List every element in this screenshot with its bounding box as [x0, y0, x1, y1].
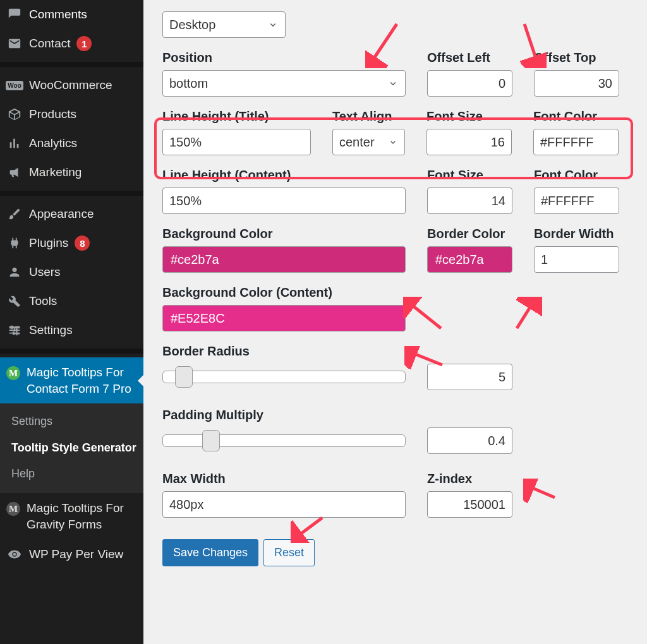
- offset-top-input[interactable]: [534, 70, 619, 97]
- border-radius-slider[interactable]: [162, 371, 406, 383]
- submenu-item-help[interactable]: Help: [9, 461, 143, 487]
- sidebar-label: Magic Tooltips For Contact Form 7 Pro: [27, 364, 137, 397]
- svg-line-7: [524, 24, 537, 62]
- settings-form: Desktop Position bottom Offset Left Offs…: [143, 0, 647, 644]
- font-size-content-input[interactable]: [427, 188, 512, 214]
- sidebar-item-plugins[interactable]: Plugins 8: [0, 229, 143, 258]
- device-value: Desktop: [169, 18, 215, 32]
- sidebar-label: WooCommerce: [29, 78, 112, 92]
- sidebar-item-comments[interactable]: Comments: [0, 0, 143, 29]
- comment-icon: [6, 7, 23, 22]
- svg-line-12: [297, 518, 322, 537]
- sidebar-separator: [0, 191, 143, 196]
- svg-line-10: [517, 303, 533, 328]
- svg-rect-1: [9, 330, 20, 331]
- padding-multiply-slider[interactable]: [162, 434, 406, 447]
- megaphone-icon: [6, 165, 23, 180]
- plug-icon: [6, 236, 23, 251]
- user-icon: [6, 265, 23, 280]
- sidebar-label: Tools: [29, 294, 57, 308]
- max-width-input[interactable]: [162, 491, 406, 518]
- sidebar-item-woocommerce[interactable]: Woo WooCommerce: [0, 71, 143, 100]
- position-value: bottom: [169, 76, 208, 91]
- zindex-input[interactable]: [427, 491, 512, 518]
- sidebar-item-marketing[interactable]: Marketing: [0, 158, 143, 187]
- sidebar-submenu: Settings Tooltip Style Generator Help: [0, 403, 143, 493]
- device-select[interactable]: Desktop: [162, 11, 286, 38]
- bg-color-label: Background Color: [162, 227, 406, 241]
- padding-multiply-label: Padding Multiply: [162, 408, 638, 422]
- bg-color-content-label: Background Color (Content): [162, 285, 406, 300]
- sidebar-badge: 1: [76, 36, 92, 51]
- bars-icon: [6, 136, 23, 151]
- offset-top-label: Offset Top: [534, 51, 619, 65]
- slider-thumb[interactable]: [175, 366, 193, 388]
- sidebar-item-products[interactable]: Products: [0, 100, 143, 129]
- sidebar-label: Contact: [29, 37, 70, 51]
- sidebar-item-appearance[interactable]: Appearance: [0, 200, 143, 229]
- svg-line-11: [528, 486, 555, 498]
- bg-color-content-value: #E52E8C: [171, 311, 225, 326]
- submenu-item-style-generator[interactable]: Tooltip Style Generator: [9, 435, 143, 461]
- sidebar-item-analytics[interactable]: Analytics: [0, 129, 143, 158]
- submenu-item-settings[interactable]: Settings: [9, 408, 143, 434]
- sidebar-separator: [0, 349, 143, 354]
- border-color-label: Border Color: [427, 227, 512, 241]
- mail-icon: [6, 36, 23, 51]
- bg-color-value: #ce2b7a: [171, 253, 219, 267]
- svg-rect-0: [9, 327, 20, 328]
- svg-rect-3: [11, 326, 13, 330]
- chevron-down-icon: [267, 19, 279, 30]
- sidebar-item-tools[interactable]: Tools: [0, 287, 143, 316]
- woo-icon: Woo: [6, 78, 23, 93]
- offset-left-input[interactable]: [427, 70, 512, 97]
- border-color-value: #ce2b7a: [435, 253, 484, 267]
- offset-left-label: Offset Left: [427, 51, 512, 65]
- sidebar-label: Plugins: [29, 236, 68, 250]
- position-select[interactable]: bottom: [162, 70, 406, 97]
- sidebar-label: Appearance: [29, 207, 94, 221]
- zindex-label: Z-index: [427, 472, 512, 486]
- max-width-label: Max Width: [162, 472, 406, 486]
- cube-icon: [6, 107, 23, 122]
- sidebar-label: Magic Tooltips For Gravity Forms: [27, 500, 137, 532]
- bg-color-content-swatch[interactable]: #E52E8C: [162, 305, 406, 331]
- svg-line-9: [411, 352, 442, 365]
- sidebar-label: Marketing: [29, 165, 82, 179]
- reset-button[interactable]: Reset: [263, 539, 315, 566]
- sidebar-label: WP Pay Per View: [29, 547, 123, 561]
- padding-multiply-input[interactable]: [427, 427, 512, 454]
- sidebar-separator: [0, 62, 143, 67]
- border-width-input[interactable]: [534, 246, 619, 273]
- sidebar-label: Analytics: [29, 136, 77, 150]
- annotation-arrow: [403, 297, 447, 335]
- sidebar-item-magic-cf7[interactable]: M Magic Tooltips For Contact Form 7 Pro: [0, 357, 143, 403]
- sidebar-label: Users: [29, 265, 61, 279]
- font-color-content-input[interactable]: [534, 188, 619, 214]
- slider-thumb[interactable]: [202, 430, 220, 451]
- annotation-arrow: [511, 297, 542, 335]
- admin-sidebar: Comments Contact 1 Woo WooCommerce Produ…: [0, 0, 143, 644]
- m-icon: M: [6, 501, 20, 516]
- annotation-arrow: [291, 515, 329, 543]
- sidebar-label: Comments: [29, 8, 87, 21]
- sidebar-item-magic-gf[interactable]: M Magic Tooltips For Gravity Forms: [0, 493, 143, 539]
- annotation-arrow: [404, 346, 449, 371]
- save-button[interactable]: Save Changes: [162, 539, 258, 566]
- sidebar-item-users[interactable]: Users: [0, 258, 143, 287]
- sidebar-item-contact[interactable]: Contact 1: [0, 29, 143, 58]
- sidebar-label: Settings: [29, 323, 73, 337]
- annotation-arrow: [523, 479, 561, 504]
- bg-color-swatch[interactable]: #ce2b7a: [162, 246, 406, 273]
- sliders-icon: [6, 323, 23, 338]
- chevron-down-icon: [387, 78, 399, 89]
- annotation-highlight: [154, 117, 633, 179]
- brush-icon: [6, 206, 23, 222]
- sidebar-item-settings[interactable]: Settings: [0, 316, 143, 345]
- sidebar-item-ppv[interactable]: WP Pay Per View: [0, 540, 143, 569]
- border-color-swatch[interactable]: #ce2b7a: [427, 246, 512, 273]
- line-height-content-input[interactable]: [162, 188, 406, 214]
- sidebar-badge: 8: [75, 236, 90, 251]
- wrench-icon: [6, 294, 23, 309]
- border-width-label: Border Width: [534, 227, 619, 241]
